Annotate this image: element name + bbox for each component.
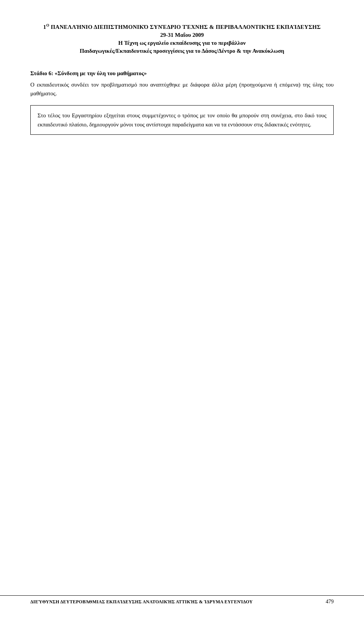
footer-page-number: 479 <box>326 599 334 605</box>
page: 1ο ΠΑΝΕΛΛΉΝΙΟ ΔΙΕΠΙΣΤΗΜΟΝΙΚΌ ΣΥΝΈΔΡΙΟ ΤΈ… <box>0 0 364 620</box>
header-line1: 1ο ΠΑΝΕΛΛΉΝΙΟ ΔΙΕΠΙΣΤΗΜΟΝΙΚΌ ΣΥΝΈΔΡΙΟ ΤΈ… <box>30 23 334 31</box>
section-body: Ο εκπαιδευτικός συνδέει τον προβληματισμ… <box>30 80 334 98</box>
header-line2: 29-31 Μαΐου 2009 <box>30 31 334 39</box>
boxed-content: Στο τέλος του Εργαστηρίου εξηγείται στου… <box>30 105 334 135</box>
header-line3: Η Τέχνη ως εργαλείο εκπαίδευσης για το π… <box>30 39 334 47</box>
page-header: 1ο ΠΑΝΕΛΛΉΝΙΟ ΔΙΕΠΙΣΤΗΜΟΝΙΚΌ ΣΥΝΈΔΡΙΟ ΤΈ… <box>30 23 334 55</box>
page-footer: Διεύθυνση Δευτεροβάθμιας Εκπαίδευσης Ανα… <box>0 595 364 605</box>
footer-institution: Διεύθυνση Δευτεροβάθμιας Εκπαίδευσης Ανα… <box>30 599 253 605</box>
section-title: Στάδιο 6: «Σύνδεση με την ύλη του μαθήμα… <box>30 70 334 77</box>
header-line4: Παιδαγωγικές/Εκπαιδευτικές προσεγγίσεις … <box>30 47 334 55</box>
